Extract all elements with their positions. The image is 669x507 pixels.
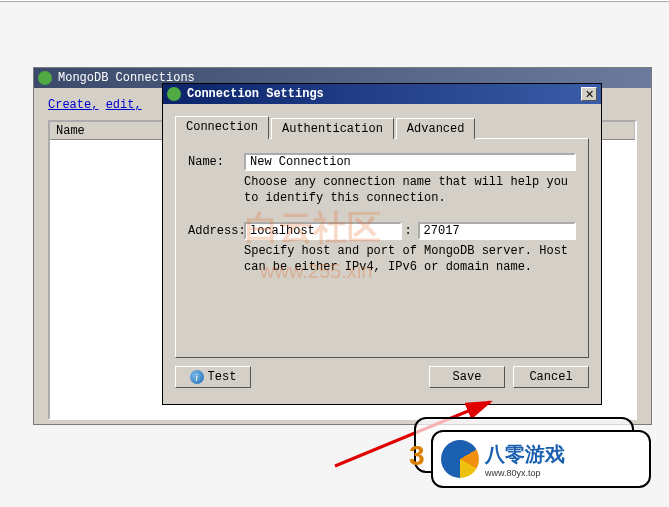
- tabs: Connection Authentication Advanced: [175, 116, 589, 139]
- test-label: Test: [208, 370, 237, 384]
- mongodb-icon: [167, 87, 181, 101]
- tab-authentication[interactable]: Authentication: [271, 118, 394, 139]
- name-hint: Choose any connection name that will hel…: [244, 175, 576, 206]
- separator: :: [404, 224, 411, 238]
- dialog-title: Connection Settings: [187, 87, 575, 101]
- port-input[interactable]: [418, 222, 576, 240]
- address-label: Address:: [188, 224, 244, 238]
- badge-logo-icon: [441, 440, 479, 478]
- address-hint: Specify host and port of MongoDB server.…: [244, 244, 576, 275]
- badge-url: www.80yx.top: [485, 468, 565, 478]
- dialog-titlebar: Connection Settings ✕: [163, 84, 601, 104]
- create-link[interactable]: Create,: [48, 98, 98, 112]
- save-button[interactable]: Save: [429, 366, 505, 388]
- address-input[interactable]: [244, 222, 402, 240]
- connection-settings-dialog: Connection Settings ✕ Connection Authent…: [162, 83, 602, 405]
- tab-content: Name: Choose any connection name that wi…: [175, 138, 589, 358]
- cancel-button[interactable]: Cancel: [513, 366, 589, 388]
- test-button[interactable]: i Test: [175, 366, 251, 388]
- mongodb-icon: [38, 71, 52, 85]
- info-icon: i: [190, 370, 204, 384]
- badge-front: 3 八零游戏 www.80yx.top: [431, 430, 651, 488]
- edit-link[interactable]: edit,: [106, 98, 142, 112]
- tab-connection[interactable]: Connection: [175, 116, 269, 139]
- name-label: Name:: [188, 155, 244, 169]
- name-input[interactable]: [244, 153, 576, 171]
- badge-number: 3: [409, 440, 425, 472]
- tab-advanced[interactable]: Advanced: [396, 118, 476, 139]
- badge-title: 八零游戏: [485, 441, 565, 468]
- close-button[interactable]: ✕: [581, 87, 597, 101]
